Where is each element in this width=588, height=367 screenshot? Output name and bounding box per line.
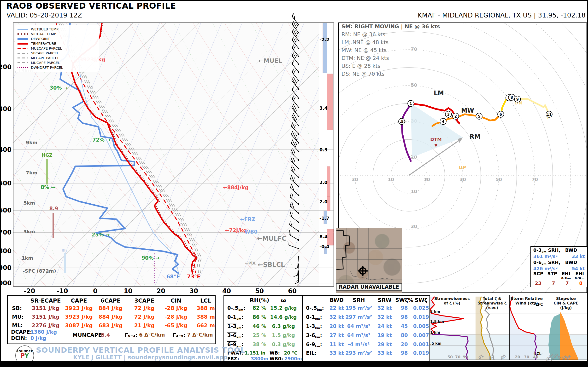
svg-text:68°F: 68°F — [166, 274, 180, 280]
svg-text:3.4: 3.4 — [320, 105, 328, 111]
table-cell: 0-1km: — [306, 314, 322, 321]
skewt-legend: WETBULB TEMPVIRTUAL TEMPDEWPOINTTEMPERAT… — [15, 25, 99, 72]
svg-text:25% →: 25% → — [92, 232, 110, 238]
srh-0-6-header: 0-6km SRH, BWD — [531, 259, 587, 266]
table-cell: 1-3km: — [306, 323, 322, 330]
table-cell: 0.4 — [101, 332, 110, 338]
storm-motion-line: MW: NE @ 45 kts — [341, 47, 440, 55]
table-cell: 0.019 — [413, 350, 429, 356]
svg-text:Storm Relative: Storm Relative — [510, 296, 543, 301]
svg-text:(J/kg): (J/kg) — [560, 305, 572, 310]
table-cell: 3CAPE — [134, 298, 154, 304]
svg-text:8.4: 8.4 — [320, 234, 328, 239]
table-cell: 7 Δ°C/km — [187, 332, 213, 338]
table-cell: 195 m²/s² — [345, 305, 372, 311]
table-cell: 0.007 — [413, 333, 429, 338]
table-cell: 662 m — [197, 322, 215, 328]
legend-label: DEWPOINT — [31, 37, 50, 41]
legend-swatch-mucape — [17, 62, 28, 63]
legend-swatch-muecape — [17, 48, 28, 49]
svg-text:300: 300 — [0, 105, 11, 113]
svg-text:1 km: 1 km — [430, 330, 440, 335]
table-cell: 15.2 g/kg — [270, 305, 297, 311]
svg-text:Total ζ &: Total ζ & — [483, 296, 502, 301]
svg-text:←SBLCL: ←SBLCL — [258, 261, 285, 268]
kinematics-table: BWDSRHSRWSWζ%SWζ0-.5km:22 kt195 m²/s²32 … — [303, 295, 430, 361]
svg-text:10: 10 — [124, 287, 132, 295]
table-cell: 20 °C — [284, 350, 298, 356]
table-cell: 32 kt — [377, 314, 392, 320]
svg-text:500: 500 — [0, 180, 11, 187]
legend-item: DEWPOINT — [17, 36, 97, 41]
legend-item: MUECAPE PARCEL — [17, 46, 97, 51]
table-cell: 1.5 g/kg — [272, 333, 295, 338]
table-cell: 32 kt — [329, 314, 344, 320]
table-cell: 24 kt — [377, 323, 392, 329]
svg-text:-10: -10 — [57, 287, 68, 295]
svg-text:Wind (kts): Wind (kts) — [515, 301, 538, 305]
table-cell: BWD — [330, 297, 344, 303]
table-cell: LCL — [200, 298, 211, 304]
footer-credit: KYLE J GILLETT | sounderpysoundings.anvi… — [73, 354, 228, 361]
svg-text:400: 400 — [0, 146, 11, 153]
svg-text:1: 1 — [410, 101, 412, 106]
svg-text:73°F: 73°F — [187, 274, 201, 280]
svg-text:50: 50 — [496, 177, 502, 182]
table-cell: 2276 J/kg — [32, 322, 60, 328]
svg-text:3: 3 — [447, 112, 450, 117]
svg-text:40: 40 — [533, 355, 538, 359]
table-cell: 683 J/kg — [99, 322, 122, 328]
table-cell: 3087 J/kg — [65, 322, 93, 328]
svg-text:UP: UP — [459, 165, 466, 170]
table-cell: ML: — [12, 322, 23, 328]
svg-text:6: 6 — [500, 112, 502, 117]
table-cell: 45 — [401, 323, 408, 329]
svg-text:.5: .5 — [400, 119, 404, 124]
footer-title: SOUNDERPY VERTICAL PROFILE ANALYSIS TOOL — [36, 346, 245, 354]
svg-text:2.0: 2.0 — [320, 199, 328, 204]
legend-swatch-wetbulb — [17, 29, 28, 30]
table-cell: 0.025 — [413, 305, 429, 311]
legend-label: MUECAPE PARCEL — [31, 46, 62, 50]
srh-0-3-values: 361 m²/s²33 kt — [531, 254, 587, 259]
table-cell: 21 J/kg — [134, 322, 155, 328]
radar-unavailable-badge: RADAR UNAVAILABLE — [336, 284, 402, 291]
table-cell: 98 — [401, 305, 408, 311]
table-cell: 2900m — [285, 356, 302, 361]
legend-label: VIRTUAL TEMP — [31, 32, 56, 36]
svg-text:90: 90 — [463, 355, 468, 359]
svg-text:5km: 5km — [24, 200, 35, 206]
table-cell: CAPE — [71, 298, 87, 304]
legend-label: WETBULB TEMP — [31, 27, 59, 31]
svg-text:4: 4 — [442, 119, 444, 124]
svg-text:9km: 9km — [26, 140, 37, 145]
svg-text:MW: MW — [461, 107, 474, 114]
svg-text:WB0: WB0 — [245, 229, 258, 235]
composite-indices-header: SCPSTPEHI0–1kmEHI0–3km — [531, 271, 587, 280]
svg-text:RM: RM — [469, 133, 481, 140]
table-cell: 884 J/kg — [99, 305, 122, 311]
legend-label: MUCAPE PARCEL — [31, 61, 60, 65]
table-cell: 72 J/kg — [134, 305, 155, 311]
legend-swatch-sbcape — [17, 53, 28, 54]
legend-label: MLCAPE PARCEL — [31, 56, 59, 60]
svg-text:30: 30 — [460, 177, 466, 182]
bottom-bar — [0, 361, 588, 367]
table-cell: 33 kt — [329, 350, 344, 356]
svg-text:600: 600 — [0, 207, 11, 214]
svg-text:-0.4: -0.4 — [320, 244, 329, 249]
table-cell: 86 % — [252, 314, 267, 320]
table-cell: 25 % — [252, 333, 267, 338]
legend-item: SBCAPE PARCEL — [17, 51, 97, 56]
svg-text:8.9: 8.9 — [49, 206, 58, 211]
legend-item: TEMPERATURE — [17, 41, 97, 46]
value-strip: -2.23.40.32.02.0-1.78.4-0.4 — [319, 23, 334, 286]
svg-text:←FRZ: ←FRZ — [240, 217, 255, 222]
svg-text:-2.2: -2.2 — [320, 37, 329, 42]
svg-text:1.5 km: 1.5 km — [430, 320, 444, 324]
table-cell: 27 kt — [329, 333, 344, 338]
svg-text:10: 10 — [411, 189, 417, 194]
table-cell: DCAPE: — [11, 329, 32, 335]
legend-swatch-mlcape — [17, 58, 28, 58]
svg-text:of ζ (%): of ζ (%) — [444, 301, 460, 305]
